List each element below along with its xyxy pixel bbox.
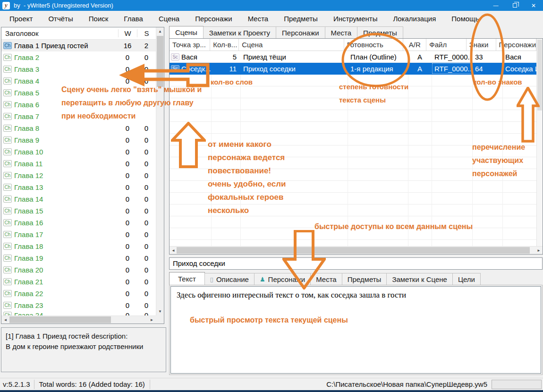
menu-item[interactable]: Места xyxy=(248,15,269,23)
scene-file: RTF_0000.. xyxy=(432,51,472,62)
chapter-scene-count: 0 xyxy=(137,242,156,250)
chapter-row[interactable]: ChГлава 16 0 0 xyxy=(1,217,156,229)
chapter-row[interactable]: ChГлава 12 0 0 xyxy=(1,170,156,181)
chapter-icon: Ch xyxy=(3,89,12,96)
scroll-up-icon[interactable] xyxy=(156,27,164,35)
column-header-title[interactable]: Заголовок xyxy=(1,29,118,37)
menu-item[interactable]: Отчёты xyxy=(48,15,73,23)
menu-item[interactable]: Глава xyxy=(124,15,143,23)
chapter-word-count: 0 xyxy=(118,171,137,179)
tab-label: Описание xyxy=(216,275,249,283)
menu-item[interactable]: Сцена xyxy=(159,15,179,23)
chapter-scene-count: 0 xyxy=(137,136,156,144)
chapters-horizontal-scrollbar[interactable] xyxy=(1,315,156,324)
chapter-word-count: 0 xyxy=(118,160,137,168)
chapter-row[interactable]: ChГлава 11 0 0 xyxy=(1,158,156,170)
chapter-icon: Ch xyxy=(3,160,12,167)
project-tab[interactable]: Сцены xyxy=(169,26,204,38)
chapter-row[interactable]: ChГлава 8 0 0 xyxy=(1,122,156,134)
chapter-row[interactable]: ChГлава 14 0 0 xyxy=(1,193,156,205)
scene-characters: Соседка Ил xyxy=(502,63,536,74)
chapter-row[interactable]: ChГлава 21 0 0 xyxy=(1,276,156,288)
menu-item[interactable]: Локализация xyxy=(393,15,436,23)
menu-item[interactable]: Инструменты xyxy=(333,15,378,23)
scroll-right-icon[interactable] xyxy=(148,316,156,324)
tab-label: Цели xyxy=(458,275,475,283)
restore-button[interactable] xyxy=(505,0,524,11)
scene-title-input[interactable]: Приход соседки xyxy=(169,257,543,270)
tab-label: Заметки к Проекту xyxy=(209,29,270,37)
file-path-label: C:\Писательское\Новая папка\СуперШедевр.… xyxy=(326,380,487,388)
chapter-word-count: 0 xyxy=(118,53,137,61)
column-header-scenes[interactable]: S xyxy=(137,29,156,37)
ywriter-window: by - yWriter5 (Unregistered Version) Про… xyxy=(0,0,543,392)
scrollbar-thumb[interactable] xyxy=(177,247,530,254)
chapter-row[interactable]: ChГлава 24 0 0 xyxy=(1,311,156,315)
menu-bar: Проект Отчёты Поиск Глава Сцена Персонаж… xyxy=(0,11,543,26)
project-tab[interactable]: Персонажи xyxy=(276,26,325,38)
column-header-scene[interactable]: Сцена xyxy=(239,39,344,51)
close-button[interactable] xyxy=(524,0,543,11)
annotation-down-arrow xyxy=(282,230,326,290)
annotation-char-count: кол-во знаков xyxy=(473,76,522,89)
chapter-scene-count: 0 xyxy=(137,290,156,298)
chapter-row[interactable]: ChГлава 23 0 0 xyxy=(1,299,156,311)
chapter-row[interactable]: ChГлава 10 0 0 xyxy=(1,146,156,158)
menu-item[interactable]: Поиск xyxy=(89,15,109,23)
chapter-title: Глава 5 xyxy=(14,89,39,97)
chapter-title: Глава 21 xyxy=(14,278,43,286)
chapter-row[interactable]: ChГлава 9 0 0 xyxy=(1,134,156,146)
total-words-label: Total words: 16 (Added today: 16) xyxy=(34,380,150,389)
menu-item[interactable]: Проект xyxy=(9,15,33,23)
chapter-row[interactable]: ChГлава 22 0 0 xyxy=(1,288,156,299)
chapters-header: Заголовок W S xyxy=(1,27,156,40)
minimize-button[interactable] xyxy=(486,0,505,11)
chapter-icon: Ch xyxy=(3,77,12,85)
chapter-word-count: 0 xyxy=(118,136,137,144)
chapter-row[interactable]: ChГлава 1 Приезд гостей 16 2 xyxy=(1,40,156,51)
column-header-words[interactable]: W xyxy=(118,29,137,37)
chapter-title: Глава 12 xyxy=(14,171,43,179)
chapter-row[interactable]: ChГлава 13 0 0 xyxy=(1,181,156,193)
restore-icon xyxy=(513,3,517,8)
scene-tab[interactable]: Текст xyxy=(169,272,205,285)
scroll-left-icon[interactable] xyxy=(170,247,177,254)
column-header-pov[interactable]: Точка зр... xyxy=(170,39,210,51)
description-line-1: [1] Глава 1 Приезд гостей description: xyxy=(6,331,161,341)
chapter-row[interactable]: ChГлава 18 0 0 xyxy=(1,240,156,252)
chapter-row[interactable]: ChГлава 15 0 0 xyxy=(1,205,156,217)
column-header-words[interactable]: Кол-в... xyxy=(210,39,239,51)
chapter-title: Глава 6 xyxy=(14,101,39,109)
chapter-scene-count: 0 xyxy=(137,148,156,156)
scrollbar-thumb[interactable] xyxy=(9,316,111,323)
scene-text-panel: Здесь офигенно интересный текст о том, к… xyxy=(169,285,543,375)
chapter-row[interactable]: ChГлава 20 0 0 xyxy=(1,264,156,276)
chapter-word-count: 16 xyxy=(118,42,137,50)
scene-text-area[interactable]: Здесь офигенно интересный текст о том, к… xyxy=(170,286,541,374)
chapter-title: Глава 16 xyxy=(14,219,43,227)
chapter-icon: Ch xyxy=(3,172,12,179)
tab-label: Сцены xyxy=(175,28,197,36)
scene-file: RTF_0000.. xyxy=(432,63,472,74)
scenes-horizontal-scrollbar[interactable] xyxy=(170,246,543,254)
scene-tab[interactable]: Цели xyxy=(452,273,481,285)
annotation-readiness: степень готовности текста сцены xyxy=(339,80,408,107)
scroll-left-icon[interactable] xyxy=(1,316,9,324)
menu-item[interactable]: Предметы xyxy=(284,15,318,23)
chapter-icon: Ch xyxy=(3,42,12,49)
project-tab[interactable]: Заметки к Проекту xyxy=(203,26,276,38)
chapter-row[interactable]: ChГлава 17 0 0 xyxy=(1,229,156,240)
chapter-title: Глава 7 xyxy=(14,112,39,120)
column-header-file[interactable]: Файл xyxy=(426,39,466,51)
scene-tab[interactable]: Предметы xyxy=(342,273,387,285)
scene-tab[interactable]: ▯Описание xyxy=(204,273,255,285)
chapter-row[interactable]: ChГлава 19 0 0 xyxy=(1,252,156,264)
chapter-scene-count: 0 xyxy=(137,266,156,274)
menu-item[interactable]: Персонажи xyxy=(195,15,232,23)
annotation-word-count: кол-во слов xyxy=(211,76,253,89)
chapter-scene-count: 0 xyxy=(137,124,156,132)
chapter-word-count: 0 xyxy=(118,254,137,262)
scene-tab[interactable]: Заметки к Сцене xyxy=(386,273,453,285)
scroll-down-icon[interactable] xyxy=(156,307,164,315)
scroll-right-icon[interactable] xyxy=(535,247,543,254)
